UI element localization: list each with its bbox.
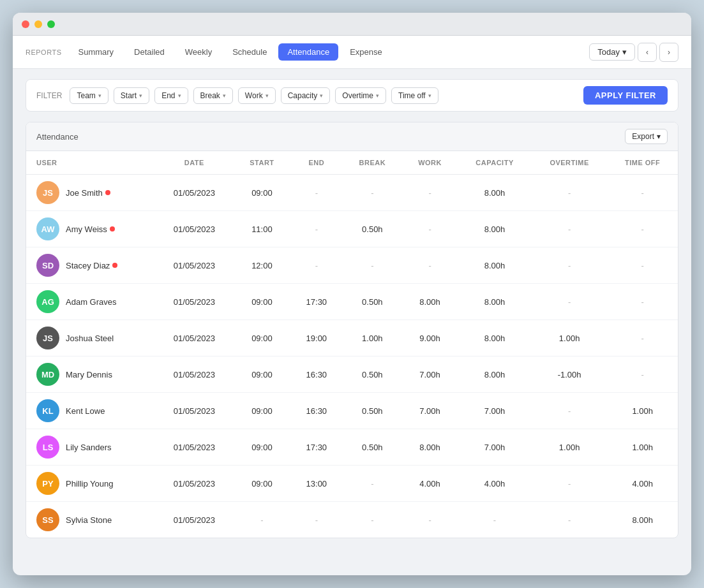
break-cell: 0.50h	[343, 284, 402, 320]
filter-start[interactable]: Start ▾	[114, 87, 149, 104]
end-cell: 16:30	[290, 356, 343, 393]
table-header-bar: Attendance Export ▾	[26, 122, 678, 151]
overtime-cell: -	[532, 284, 607, 320]
capacity-cell: 8.00h	[458, 247, 532, 284]
user-name: Kent Lowe	[66, 406, 105, 416]
online-status-icon	[105, 190, 110, 195]
tab-schedule[interactable]: Schedule	[223, 43, 276, 61]
chevron-down-icon: ▾	[266, 92, 269, 99]
filter-capacity[interactable]: Capacity ▾	[281, 87, 331, 104]
work-cell: 7.00h	[402, 393, 458, 429]
break-cell: 0.50h	[343, 356, 402, 393]
start-cell: 09:00	[234, 356, 290, 393]
chevron-down-icon: ▾	[657, 132, 661, 141]
filter-bar: FILTER Team ▾ Start ▾ End ▾ Break ▾ Work…	[26, 79, 678, 112]
export-button[interactable]: Export ▾	[625, 129, 668, 144]
close-button[interactable]	[22, 20, 29, 28]
tab-expense[interactable]: Expense	[341, 43, 391, 61]
tab-detailed[interactable]: Detailed	[125, 43, 174, 61]
time-off-cell: -	[607, 320, 678, 356]
avatar: JS	[36, 327, 59, 349]
table-row: LS Lily Sanders 01/05/2023 09:00 17:30 0…	[26, 429, 678, 466]
col-end: END	[290, 151, 343, 175]
prev-period-button[interactable]: ‹	[638, 43, 657, 62]
table-row: SD Stacey Diaz 01/05/2023 12:00 - - - 8.…	[26, 247, 678, 284]
work-cell: -	[402, 211, 458, 247]
chevron-down-icon: ▾	[428, 92, 431, 99]
avatar: MD	[36, 363, 59, 386]
time-off-cell: 1.00h	[607, 429, 678, 466]
filter-end[interactable]: End ▾	[154, 87, 188, 104]
date-cell: 01/05/2023	[155, 393, 234, 429]
date-cell: 01/05/2023	[155, 211, 234, 247]
time-off-cell: 8.00h	[607, 502, 678, 538]
user-name: Phillip Young	[66, 479, 113, 489]
capacity-cell: 8.00h	[458, 175, 532, 211]
filter-label: FILTER	[36, 91, 62, 100]
table-row: PY Phillip Young 01/05/2023 09:00 13:00 …	[26, 466, 678, 502]
filter-team[interactable]: Team ▾	[70, 87, 108, 104]
date-cell: 01/05/2023	[155, 320, 234, 356]
tab-attendance[interactable]: Attendance	[278, 43, 338, 61]
maximize-button[interactable]	[47, 20, 55, 28]
start-cell: -	[234, 502, 290, 538]
user-cell: JS Joshua Steel	[26, 320, 155, 356]
filter-time-off[interactable]: Time off ▾	[391, 87, 438, 104]
table-row: SS Sylvia Stone 01/05/2023 - - - - - - 8…	[26, 502, 678, 538]
today-button[interactable]: Today ▾	[589, 43, 635, 61]
avatar: JS	[36, 181, 59, 204]
table-row: AG Adam Graves 01/05/2023 09:00 17:30 0.…	[26, 284, 678, 320]
user-cell: KL Kent Lowe	[26, 393, 155, 429]
overtime-cell: -1.00h	[532, 356, 607, 393]
end-cell: 16:30	[290, 393, 343, 429]
filter-overtime[interactable]: Overtime ▾	[335, 87, 386, 104]
table-row: MD Mary Dennis 01/05/2023 09:00 16:30 0.…	[26, 356, 678, 393]
end-cell: -	[290, 175, 343, 211]
start-cell: 09:00	[234, 429, 290, 466]
table-row: JS Joshua Steel 01/05/2023 09:00 19:00 1…	[26, 320, 678, 356]
tab-weekly[interactable]: Weekly	[176, 43, 221, 61]
work-cell: 8.00h	[402, 429, 458, 466]
app-window: REPORTS Summary Detailed Weekly Schedule…	[13, 13, 691, 575]
col-break: BREAK	[343, 151, 402, 175]
filter-work[interactable]: Work ▾	[238, 87, 276, 104]
table-row: KL Kent Lowe 01/05/2023 09:00 16:30 0.50…	[26, 393, 678, 429]
user-cell: AW Amy Weiss	[26, 211, 155, 247]
start-cell: 09:00	[234, 320, 290, 356]
date-cell: 01/05/2023	[155, 429, 234, 466]
capacity-cell: 4.00h	[458, 466, 532, 502]
break-cell: -	[343, 175, 402, 211]
col-work: WORK	[402, 151, 458, 175]
next-period-button[interactable]: ›	[659, 43, 678, 62]
user-name: Mary Dennis	[66, 370, 112, 379]
overtime-cell: -	[532, 247, 607, 284]
chevron-down-icon: ▾	[223, 92, 226, 99]
attendance-table: USER DATE START END BREAK WORK CAPACITY …	[26, 151, 678, 538]
nav-bar: REPORTS Summary Detailed Weekly Schedule…	[13, 36, 691, 69]
avatar: SS	[36, 508, 59, 531]
col-user: USER	[26, 151, 155, 175]
user-cell: LS Lily Sanders	[26, 429, 155, 466]
tab-summary[interactable]: Summary	[69, 43, 123, 61]
user-cell: JS Joe Smith	[26, 175, 155, 211]
end-cell: 17:30	[290, 429, 343, 466]
date-cell: 01/05/2023	[155, 175, 234, 211]
col-date: DATE	[155, 151, 234, 175]
date-cell: 01/05/2023	[155, 247, 234, 284]
break-cell: 0.50h	[343, 211, 402, 247]
minimize-button[interactable]	[34, 20, 42, 28]
end-cell: -	[290, 247, 343, 284]
apply-filter-button[interactable]: APPLY FILTER	[583, 86, 668, 105]
avatar: AW	[36, 217, 59, 240]
time-off-cell: -	[607, 356, 678, 393]
overtime-cell: 1.00h	[532, 320, 607, 356]
table-row: AW Amy Weiss 01/05/2023 11:00 - 0.50h - …	[26, 211, 678, 247]
chevron-down-icon: ▾	[178, 92, 181, 99]
work-cell: 4.00h	[402, 466, 458, 502]
time-off-cell: -	[607, 211, 678, 247]
work-cell: -	[402, 175, 458, 211]
filter-break[interactable]: Break ▾	[193, 87, 233, 104]
table-header-row: USER DATE START END BREAK WORK CAPACITY …	[26, 151, 678, 175]
time-off-cell: -	[607, 284, 678, 320]
time-off-cell: -	[607, 247, 678, 284]
